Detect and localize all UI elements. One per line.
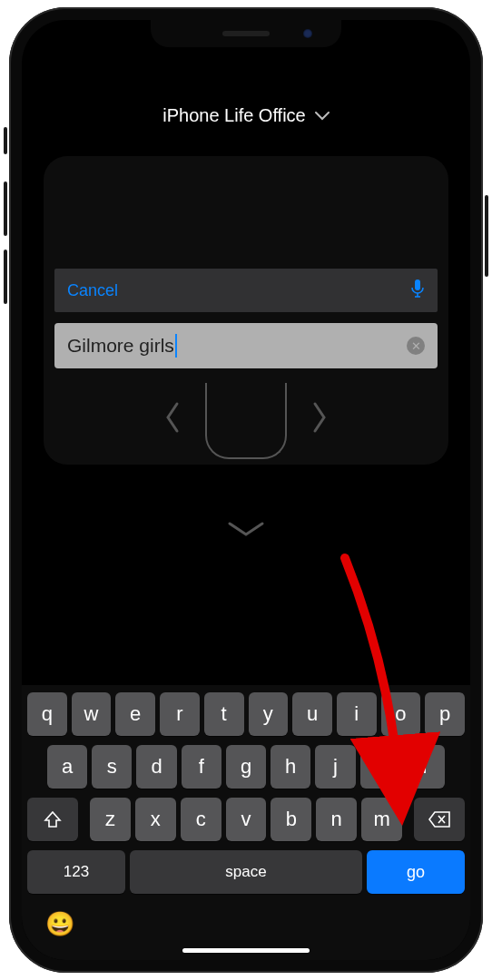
key-w[interactable]: w	[72, 692, 112, 736]
numeric-key[interactable]: 123	[27, 850, 125, 894]
key-g[interactable]: g	[226, 745, 266, 789]
cancel-button[interactable]: Cancel	[67, 281, 118, 300]
shift-key[interactable]	[27, 798, 78, 841]
chevron-left-icon[interactable]	[163, 399, 182, 443]
key-m[interactable]: m	[361, 798, 402, 841]
device-name: iPhone Life Office	[162, 105, 306, 126]
svg-rect-0	[415, 279, 420, 290]
screen: iPhone Life Office Cancel Gilmore girls …	[22, 20, 470, 960]
search-toolbar: Cancel	[54, 269, 438, 312]
key-q[interactable]: q	[27, 692, 67, 736]
backspace-key[interactable]	[414, 798, 465, 841]
dpad-select[interactable]	[205, 383, 287, 459]
key-l[interactable]: l	[405, 745, 445, 789]
key-a[interactable]: a	[47, 745, 87, 789]
key-k[interactable]: k	[360, 745, 400, 789]
chevron-down-icon	[315, 108, 330, 124]
key-f[interactable]: f	[182, 745, 221, 789]
key-v[interactable]: v	[226, 798, 267, 841]
clear-input-icon[interactable]: ✕	[407, 337, 425, 355]
notch	[151, 20, 341, 47]
key-p[interactable]: p	[425, 692, 465, 736]
key-t[interactable]: t	[204, 692, 244, 736]
key-y[interactable]: y	[249, 692, 289, 736]
key-s[interactable]: s	[92, 745, 132, 789]
key-r[interactable]: r	[160, 692, 200, 736]
home-indicator[interactable]	[182, 948, 310, 953]
key-n[interactable]: n	[316, 798, 357, 841]
key-z[interactable]: z	[90, 798, 131, 841]
chevron-down-large-icon[interactable]	[22, 514, 470, 544]
speaker-grille	[222, 31, 270, 36]
search-input-value: Gilmore girls	[67, 335, 174, 357]
search-input[interactable]: Gilmore girls ✕	[54, 323, 438, 368]
dpad-row	[22, 383, 470, 459]
volume-up-button	[4, 181, 7, 236]
device-selector[interactable]: iPhone Life Office	[22, 105, 470, 126]
key-i[interactable]: i	[337, 692, 377, 736]
silent-switch	[4, 127, 7, 154]
key-d[interactable]: d	[136, 745, 176, 789]
front-camera	[303, 29, 312, 38]
key-h[interactable]: h	[271, 745, 310, 789]
phone-frame: iPhone Life Office Cancel Gilmore girls …	[9, 7, 483, 973]
microphone-icon[interactable]	[410, 279, 425, 302]
key-x[interactable]: x	[135, 798, 176, 841]
side-button	[485, 195, 488, 277]
volume-down-button	[4, 250, 7, 304]
space-key[interactable]: space	[130, 850, 362, 894]
text-cursor	[175, 334, 177, 358]
key-b[interactable]: b	[271, 798, 311, 841]
key-o[interactable]: o	[381, 692, 421, 736]
key-c[interactable]: c	[181, 798, 221, 841]
chevron-right-icon[interactable]	[310, 399, 329, 443]
key-u[interactable]: u	[292, 692, 332, 736]
key-e[interactable]: e	[115, 692, 155, 736]
emoji-icon[interactable]: 😀	[45, 910, 74, 938]
go-key[interactable]: go	[367, 850, 465, 894]
key-j[interactable]: j	[315, 745, 355, 789]
keyboard: qwertyuiop asdfghjkl zxcvbnm 123 space g…	[22, 685, 470, 960]
